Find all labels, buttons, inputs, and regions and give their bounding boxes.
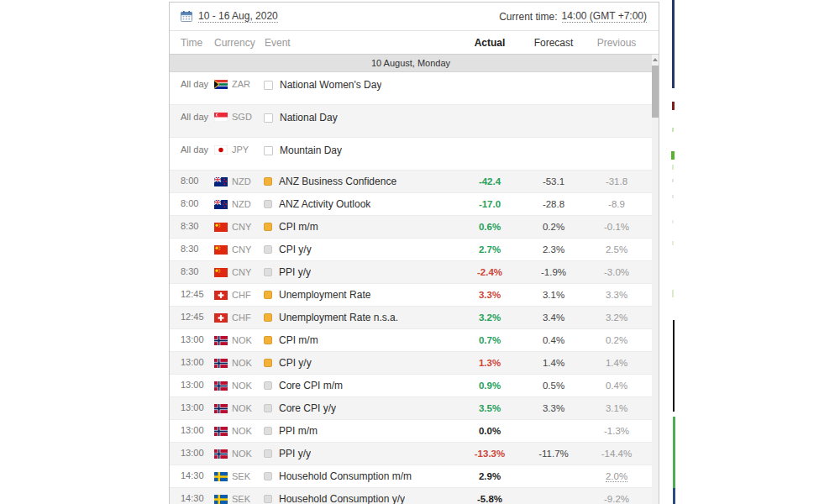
- event-cell: CPI m/m: [264, 334, 457, 346]
- event-label: Core CPI m/m: [279, 380, 343, 391]
- event-row[interactable]: 8:30CNYCPI m/m0.6%0.2%-0.1%: [170, 216, 652, 239]
- event-row[interactable]: 14:30SEKHousehold Consumption y/y-5.8%-9…: [170, 488, 652, 504]
- event-label: PPI y/y: [279, 448, 311, 459]
- event-row[interactable]: 8:00NZDANZ Business Confidence-42.4-53.1…: [170, 171, 652, 193]
- currency-flag-icon: [214, 313, 228, 323]
- date-range-link[interactable]: 10 - 16 Aug, 2020: [198, 10, 278, 23]
- event-rows: 10 August, Monday All dayZARNational Wom…: [170, 55, 652, 504]
- previous-value[interactable]: 2.0%: [585, 471, 648, 481]
- actual-value: -17.0: [457, 199, 522, 209]
- time-cell: 13:00: [181, 357, 214, 369]
- holiday-checkbox[interactable]: [264, 81, 273, 90]
- time-cell: 8:30: [181, 244, 214, 255]
- previous-value[interactable]: -9.2%: [585, 494, 648, 504]
- event-label: CPI m/m: [279, 334, 318, 346]
- event-row[interactable]: 12:45CHFUnemployment Rate3.3%3.1%3.3%: [170, 284, 652, 307]
- page-fragment: [672, 290, 674, 297]
- forecast-value: -53.1: [522, 176, 585, 186]
- event-row[interactable]: 14:30SEKHousehold Consumption m/m2.9%2.0…: [170, 465, 652, 488]
- event-cell: PPI y/y: [264, 448, 457, 459]
- column-header-row: Time Currency Event Actual Forecast Prev…: [170, 31, 659, 55]
- page-fragment: [672, 165, 674, 170]
- actual-value: -42.4: [457, 176, 522, 186]
- current-time-value[interactable]: 14:00 (GMT +7:00): [562, 10, 648, 23]
- forecast-value: 1.4%: [522, 358, 585, 368]
- currency-flag-icon: [214, 359, 228, 368]
- page-fragment: [673, 417, 675, 488]
- event-label: Household Consumption m/m: [279, 470, 412, 482]
- event-cell: ANZ Activity Outlook: [264, 198, 457, 210]
- page-fragment: [671, 151, 675, 160]
- event-row[interactable]: 8:30CNYPPI y/y-2.4%-1.9%-3.0%: [170, 261, 652, 284]
- actual-value: 0.7%: [457, 335, 522, 345]
- event-label: Unemployment Rate: [279, 289, 370, 301]
- previous-value: 3.1%: [585, 403, 648, 413]
- scrollbar-thumb[interactable]: [652, 66, 659, 118]
- currency-code: NOK: [232, 381, 252, 391]
- page-fragment: [673, 488, 675, 504]
- event-row[interactable]: 12:45CHFUnemployment Rate n.s.a.3.2%3.4%…: [170, 307, 652, 329]
- currency-code: NOK: [232, 358, 252, 368]
- vertical-scrollbar[interactable]: [652, 55, 659, 504]
- actual-value: -13.3%: [457, 449, 522, 459]
- forecast-value: 3.1%: [522, 290, 585, 300]
- event-label: CPI y/y: [279, 244, 312, 255]
- currency-flag-icon: [214, 427, 228, 436]
- scroll-up-button[interactable]: [652, 55, 659, 65]
- importance-icon: [264, 268, 272, 276]
- currency-flag-icon: [214, 113, 228, 122]
- event-row[interactable]: 13:00NOKPPI y/y-13.3%-11.7%-14.4%: [170, 443, 652, 465]
- event-cell: Unemployment Rate n.s.a.: [264, 312, 457, 323]
- previous-value: -3.0%: [585, 267, 648, 277]
- holiday-checkbox[interactable]: [264, 146, 273, 155]
- forecast-value: -11.7%: [522, 449, 585, 459]
- importance-icon: [264, 427, 272, 435]
- event-row[interactable]: 8:00NZDANZ Activity Outlook-17.0-28.8-8.…: [170, 193, 652, 216]
- currency-cell: NOK: [214, 358, 264, 368]
- event-row[interactable]: All dayJPYMountain Day: [170, 138, 652, 171]
- page-fragment: [672, 102, 675, 110]
- time-cell: 12:45: [181, 312, 214, 323]
- event-row[interactable]: 13:00NOKCore CPI m/m0.9%0.5%0.4%: [170, 375, 652, 397]
- column-header-currency: Currency: [214, 37, 264, 49]
- previous-value: 0.2%: [585, 335, 648, 345]
- importance-icon: [264, 472, 272, 480]
- currency-flag-icon: [214, 223, 228, 232]
- currency-flag-icon: [214, 245, 228, 255]
- event-label: Core CPI y/y: [279, 402, 336, 414]
- currency-code: ZAR: [232, 79, 250, 89]
- event-label: CPI m/m: [279, 221, 318, 233]
- event-cell: CPI m/m: [264, 221, 457, 233]
- event-row[interactable]: 8:30CNYCPI y/y2.7%2.3%2.5%: [170, 239, 652, 261]
- event-cell: PPI m/m: [264, 425, 457, 437]
- importance-icon: [264, 381, 272, 390]
- previous-value: 3.2%: [585, 312, 648, 323]
- event-cell: Household Consumption y/y: [264, 493, 457, 504]
- previous-value: -14.4%: [585, 449, 648, 459]
- currency-cell: NOK: [214, 335, 264, 345]
- scroll-up-arrow-icon: [653, 58, 658, 61]
- economic-calendar-widget: 10 - 16 Aug, 2020 Current time: 14:00 (G…: [169, 2, 659, 504]
- event-label: Household Consumption y/y: [279, 493, 405, 504]
- event-row[interactable]: 13:00NOKCPI m/m0.7%0.4%0.2%: [170, 329, 652, 352]
- time-cell: 13:00: [181, 425, 214, 437]
- event-row[interactable]: All dayZARNational Women's Day: [170, 72, 652, 105]
- currency-code: SGD: [232, 112, 252, 122]
- event-row[interactable]: 13:00NOKPPI m/m0.0%-1.3%: [170, 420, 652, 443]
- importance-icon: [264, 223, 272, 231]
- day-section-title: 10 August, Monday: [371, 58, 450, 68]
- time-cell: All day: [181, 112, 214, 123]
- event-row[interactable]: All daySGDNational Day: [170, 105, 652, 138]
- time-cell: 13:00: [181, 448, 214, 459]
- currency-cell: NOK: [214, 426, 264, 436]
- currency-cell: JPY: [214, 144, 264, 155]
- event-row[interactable]: 13:00NOKCore CPI y/y3.5%3.3%3.1%: [170, 397, 652, 420]
- importance-icon: [264, 359, 272, 367]
- currency-flag-icon: [214, 291, 228, 300]
- holiday-checkbox[interactable]: [264, 113, 273, 123]
- event-row[interactable]: 13:00NOKCPI y/y1.3%1.4%1.4%: [170, 352, 652, 375]
- forecast-value: 0.5%: [522, 381, 585, 391]
- currency-cell: SEK: [214, 471, 264, 481]
- currency-cell: SEK: [214, 494, 264, 504]
- currency-code: CHF: [232, 312, 251, 323]
